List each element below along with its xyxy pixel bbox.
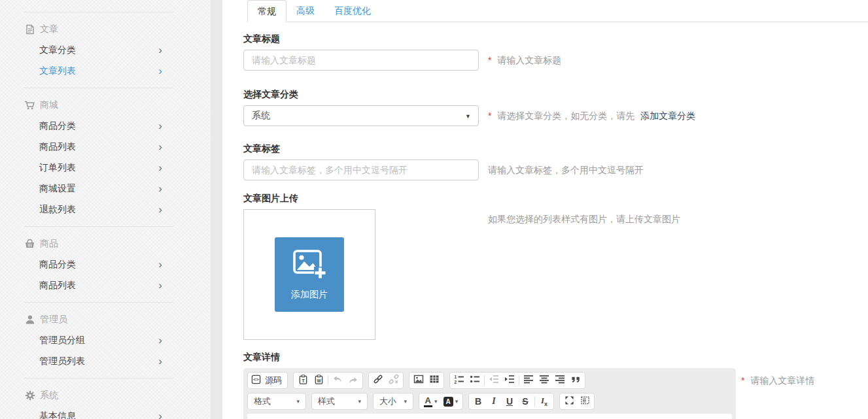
- undo-icon: [332, 374, 343, 387]
- bold-button[interactable]: B: [470, 394, 486, 409]
- align-left-button[interactable]: [521, 373, 536, 388]
- add-image-button[interactable]: 添加图片: [275, 237, 344, 312]
- bg-color-icon: A: [443, 397, 453, 407]
- chevron-right-icon: ›: [158, 412, 162, 419]
- editor-toolbar-row-1: <> 源码 T W: [247, 372, 732, 389]
- required-asterisk: *: [488, 110, 491, 121]
- category-hint: * 请选择文章分类，如无分类，请先 添加文章分类: [488, 110, 695, 122]
- paste-text-icon: T: [298, 375, 308, 387]
- sidebar-item-label: 管理员分组: [39, 335, 85, 346]
- remove-format-button[interactable]: Ix: [536, 394, 552, 409]
- sidebar-item-mall-product-category[interactable]: 商品分类›: [0, 116, 211, 137]
- align-center-button[interactable]: [536, 373, 552, 388]
- indent-button[interactable]: [502, 373, 517, 388]
- sidebar-divider: [24, 88, 173, 88]
- paste-word-button[interactable]: W: [311, 373, 326, 388]
- sidebar-item-label: 文章分类: [39, 44, 76, 56]
- italic-icon: I: [492, 396, 495, 407]
- tags-hint: 请输入文章标签，多个用中文逗号隔开: [488, 165, 644, 176]
- text-color-icon: A: [424, 396, 432, 407]
- chevron-right-icon: ›: [158, 67, 162, 76]
- sidebar-item-label: 管理员列表: [39, 356, 85, 367]
- rich-text-editor: <> 源码 T W: [243, 368, 736, 419]
- font-size-dropdown[interactable]: 大小 ▾: [373, 393, 413, 410]
- editor-content-area[interactable]: [247, 414, 732, 419]
- link-icon: [373, 374, 383, 387]
- redo-button[interactable]: [345, 373, 361, 388]
- paste-word-icon: W: [314, 375, 324, 387]
- align-center-icon: [539, 374, 549, 387]
- sidebar-item-mall-product-list[interactable]: 商品列表›: [0, 137, 211, 158]
- sidebar-item-order-list[interactable]: 订单列表›: [0, 158, 211, 178]
- insert-image-button[interactable]: [411, 373, 426, 388]
- unlink-button[interactable]: [386, 373, 402, 388]
- chevron-right-icon: ›: [158, 357, 162, 366]
- sidebar-section-goods[interactable]: 商品: [0, 233, 211, 254]
- bullet-list-button[interactable]: [467, 373, 483, 388]
- sidebar-item-label: 退款列表: [39, 204, 76, 216]
- tags-input[interactable]: [243, 159, 479, 180]
- source-button[interactable]: <>: [249, 373, 262, 388]
- sidebar-section-system[interactable]: 系统: [0, 384, 211, 406]
- tab-general[interactable]: 常规: [247, 0, 286, 22]
- sidebar-item-mall-settings[interactable]: 商城设置›: [0, 178, 211, 199]
- chevron-down-icon: ▾: [358, 398, 361, 405]
- tab-baidu-seo[interactable]: 百度优化: [324, 0, 381, 22]
- category-select[interactable]: 系统 ▼: [243, 105, 479, 126]
- tab-advanced[interactable]: 高级: [286, 0, 324, 22]
- source-button-label: 源码: [262, 375, 286, 386]
- blockquote-icon: [571, 375, 581, 387]
- sidebar-item-refund-list[interactable]: 退款列表›: [0, 199, 211, 220]
- blockquote-button[interactable]: [568, 373, 583, 388]
- align-left-icon: [523, 374, 534, 387]
- text-color-button[interactable]: A ▾: [421, 394, 440, 409]
- maximize-button[interactable]: [561, 394, 577, 409]
- ordered-list-button[interactable]: 12: [451, 373, 467, 388]
- show-blocks-icon: [580, 395, 590, 408]
- sidebar-item-goods-category[interactable]: 商品分类›: [0, 254, 211, 275]
- insert-table-button[interactable]: [426, 373, 442, 388]
- image-icon: [413, 374, 424, 387]
- italic-button[interactable]: I: [486, 394, 502, 409]
- chevron-right-icon: ›: [158, 184, 162, 193]
- sidebar: 文章文章分类›文章列表›商城商品分类›商品列表›订单列表›商城设置›退款列表›商…: [0, 0, 211, 419]
- bg-color-button[interactable]: A ▾: [440, 394, 461, 409]
- sidebar-item-goods-list[interactable]: 商品列表›: [0, 275, 211, 296]
- chevron-down-icon: ▾: [455, 398, 459, 405]
- title-input[interactable]: [243, 50, 479, 71]
- paste-text-button[interactable]: T: [295, 373, 311, 388]
- sidebar-item-article-category[interactable]: 文章分类›: [0, 40, 211, 61]
- chevron-down-icon: ▾: [404, 398, 407, 405]
- show-blocks-button[interactable]: [577, 394, 593, 409]
- strikethrough-button[interactable]: S: [517, 394, 533, 409]
- chevron-down-icon: ▾: [296, 398, 300, 405]
- indent-icon: [504, 374, 515, 387]
- sidebar-divider: [24, 302, 173, 303]
- undo-button[interactable]: [330, 373, 345, 388]
- article-form: 文章标题 * 请输入文章标题 选择文章分类 系统 ▼ * 请选择文章分类，如无分…: [222, 22, 868, 419]
- sidebar-item-admin-group[interactable]: 管理员分组›: [0, 330, 211, 351]
- underline-button[interactable]: U: [502, 394, 517, 409]
- image-upload-box: 添加图片: [243, 209, 375, 340]
- link-button[interactable]: [370, 373, 386, 388]
- bold-icon: B: [475, 396, 481, 407]
- sidebar-divider: [24, 226, 173, 227]
- outdent-button[interactable]: [486, 373, 502, 388]
- basket-icon: [24, 238, 35, 249]
- sidebar-divider: [24, 378, 173, 378]
- add-category-link[interactable]: 添加文章分类: [640, 110, 695, 121]
- sidebar-item-admin-list[interactable]: 管理员列表›: [0, 351, 211, 372]
- format-dropdown[interactable]: 格式 ▾: [247, 393, 306, 410]
- sidebar-section-admin[interactable]: 管理员: [0, 309, 211, 330]
- svg-text:<>: <>: [252, 377, 259, 382]
- align-right-button[interactable]: [552, 373, 568, 388]
- sidebar-section-mall[interactable]: 商城: [0, 94, 211, 116]
- sidebar-item-article-list[interactable]: 文章列表›: [0, 61, 211, 82]
- styles-dropdown[interactable]: 样式 ▾: [311, 393, 368, 410]
- sidebar-item-basic-info[interactable]: 基本信息›: [0, 406, 211, 419]
- chevron-right-icon: ›: [158, 281, 162, 290]
- chevron-right-icon: ›: [158, 336, 162, 345]
- sidebar-item-label: 订单列表: [39, 162, 76, 174]
- sidebar-section-article[interactable]: 文章: [0, 18, 211, 40]
- gear-icon: [24, 390, 35, 401]
